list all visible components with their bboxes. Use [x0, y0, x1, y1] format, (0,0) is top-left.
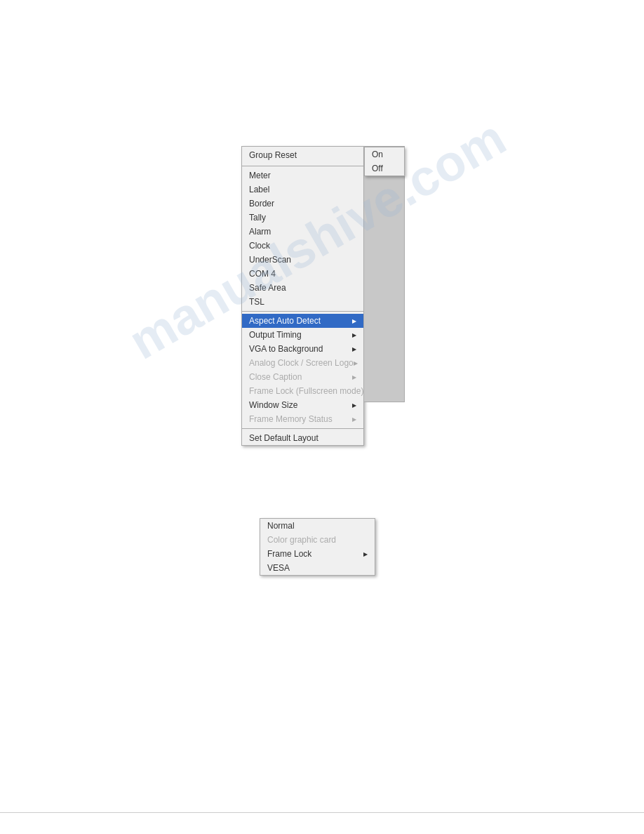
side-gray-panel: On Off — [364, 146, 405, 402]
menu-item-meter[interactable]: Meter — [242, 168, 363, 183]
divider-1 — [242, 166, 363, 166]
menu-item-safe-area[interactable]: Safe Area — [242, 281, 363, 295]
divider-3 — [242, 428, 363, 429]
output-timing-color-graphic-card[interactable]: Color graphic card — [260, 533, 375, 547]
menu-item-tally[interactable]: Tally — [242, 211, 363, 225]
menu-item-border[interactable]: Border — [242, 197, 363, 211]
menu-item-com4[interactable]: COM 4 — [242, 267, 363, 281]
menu-item-frame-memory-status[interactable]: Frame Memory Status — [242, 412, 363, 426]
group-reset-item[interactable]: Group Reset — [242, 147, 363, 164]
menu-item-alarm[interactable]: Alarm — [242, 225, 363, 239]
menu-item-close-caption[interactable]: Close Caption — [242, 370, 363, 384]
menu-item-label[interactable]: Label — [242, 183, 363, 197]
output-timing-submenu-wrapper: Normal Color graphic card Frame Lock VES… — [260, 518, 375, 576]
divider-2 — [242, 311, 363, 312]
bottom-divider — [0, 812, 644, 813]
menu-item-output-timing[interactable]: Output Timing — [242, 328, 363, 342]
aspect-auto-detect-submenu: On Off — [364, 147, 405, 176]
menu-item-underscan[interactable]: UnderScan — [242, 253, 363, 267]
output-timing-menu: Normal Color graphic card Frame Lock VES… — [260, 518, 375, 576]
menu-item-tsl[interactable]: TSL — [242, 295, 363, 309]
menu-item-vga-to-background[interactable]: VGA to Background — [242, 342, 363, 356]
output-timing-vesa[interactable]: VESA — [260, 561, 375, 575]
menu-item-frame-lock-fullscreen[interactable]: Frame Lock (Fullscreen mode) — [242, 384, 363, 398]
aspect-on-item[interactable]: On — [365, 147, 404, 161]
context-menu-panel: Group Reset Meter Label Border Tally Ala… — [241, 146, 364, 446]
output-timing-normal[interactable]: Normal — [260, 519, 375, 533]
aspect-off-item[interactable]: Off — [365, 161, 404, 176]
menu-item-set-default-layout[interactable]: Set Default Layout — [242, 431, 363, 445]
menu-item-analog-clock-screen-logo[interactable]: Analog Clock / Screen Logo — [242, 356, 363, 370]
menu-item-window-size[interactable]: Window Size — [242, 398, 363, 412]
main-context-menu: Group Reset Meter Label Border Tally Ala… — [241, 146, 364, 446]
menu-item-aspect-auto-detect[interactable]: Aspect Auto Detect — [242, 314, 363, 328]
menu-item-clock[interactable]: Clock — [242, 239, 363, 253]
output-timing-frame-lock[interactable]: Frame Lock — [260, 547, 375, 561]
